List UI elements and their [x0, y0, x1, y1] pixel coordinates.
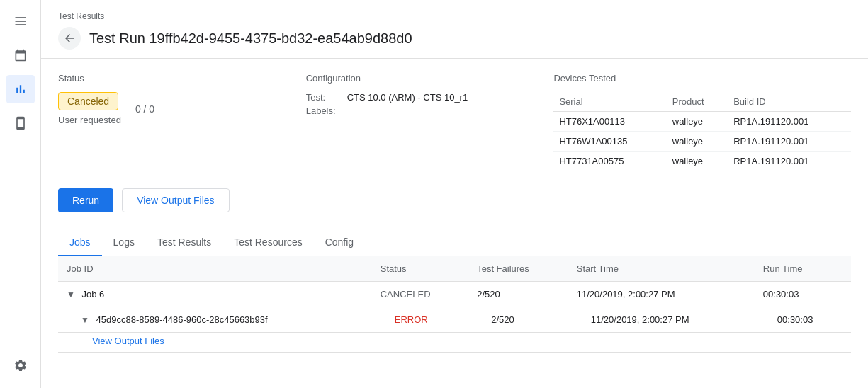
breadcrumb: Test Results: [58, 11, 851, 21]
labels-label: Labels:: [306, 105, 342, 116]
child-job-id: ▼ 45d9cc88-8589-4486-960c-28c45663b93f: [58, 307, 372, 333]
content-area: Status Canceled User requested 0 / 0 Con…: [41, 59, 868, 388]
tab-logs[interactable]: Logs: [102, 229, 146, 256]
device-serial: HT76W1A00135: [553, 132, 666, 152]
device-build: RP1A.191120.001: [728, 152, 851, 171]
col-test-failures: Test Failures: [468, 256, 568, 282]
page-title: Test Run 19ffb42d-9455-4375-bd32-ea54ab9…: [89, 30, 412, 47]
svg-rect-1: [15, 21, 26, 22]
expand-icon[interactable]: ▼: [81, 315, 89, 325]
child-test-failures: 2/520: [468, 307, 568, 333]
bar-chart-icon[interactable]: [6, 75, 35, 103]
job-test-failures: 2/520: [468, 282, 568, 307]
status-badge: Canceled: [58, 92, 118, 110]
back-button[interactable]: [58, 27, 81, 50]
table-row: ▼ Job 6 CANCELED 2/520 11/20/2019, 2:00:…: [58, 282, 851, 307]
svg-rect-2: [15, 24, 26, 25]
devices-table: Serial Product Build ID HT76X1A00113 wal…: [553, 92, 851, 171]
view-output-link[interactable]: View Output Files: [92, 336, 164, 346]
tabs: JobsLogsTest ResultsTest ResourcesConfig: [58, 229, 851, 256]
devices-title: Devices Tested: [553, 73, 851, 84]
devices-col-build: Build ID: [728, 92, 851, 112]
col-run-time: Run Time: [755, 256, 851, 282]
device-build: RP1A.191120.001: [728, 112, 851, 132]
table-row: HT76X1A00113 walleye RP1A.191120.001: [553, 112, 851, 132]
device-serial: HT76X1A00113: [553, 112, 666, 132]
device-build: RP1A.191120.001: [728, 132, 851, 152]
settings-icon[interactable]: [6, 351, 35, 380]
child-status: ERROR: [372, 307, 468, 333]
device-product: walleye: [667, 112, 728, 132]
header: Test Results Test Run 19ffb42d-9455-4375…: [41, 0, 868, 59]
config-title: Configuration: [306, 73, 554, 84]
phone-icon[interactable]: [6, 109, 35, 137]
output-row: View Output Files: [58, 333, 851, 353]
tab-test-resources[interactable]: Test Resources: [222, 229, 313, 256]
job-id: ▼ Job 6: [58, 282, 372, 307]
devices-col-serial: Serial: [553, 92, 666, 112]
test-label: Test:: [306, 92, 342, 103]
tab-test-results[interactable]: Test Results: [146, 229, 222, 256]
child-start-time: 11/20/2019, 2:00:27 PM: [568, 307, 755, 333]
status-block: Status Canceled User requested 0 / 0: [58, 73, 306, 171]
view-output-cell: View Output Files: [58, 333, 851, 353]
rerun-button[interactable]: Rerun: [58, 188, 113, 212]
devices-col-product: Product: [667, 92, 728, 112]
view-output-button[interactable]: View Output Files: [122, 188, 229, 212]
table-row: HT7731A00575 walleye RP1A.191120.001: [553, 152, 851, 171]
col-status: Status: [372, 256, 468, 282]
list-icon[interactable]: [6, 7, 35, 35]
config-block: Configuration Test: CTS 10.0 (ARM) - CTS…: [306, 73, 554, 171]
jobs-table: Job ID Status Test Failures Start Time R…: [58, 256, 851, 353]
job-start-time: 11/20/2019, 2:00:27 PM: [568, 282, 755, 307]
expand-icon[interactable]: ▼: [67, 290, 75, 299]
device-product: walleye: [667, 152, 728, 171]
device-serial: HT7731A00575: [553, 152, 666, 171]
tab-jobs[interactable]: Jobs: [58, 229, 102, 256]
table-row: ▼ 45d9cc88-8589-4486-960c-28c45663b93f E…: [58, 307, 851, 333]
devices-block: Devices Tested Serial Product Build ID H…: [553, 73, 851, 171]
status-sub: User requested: [58, 115, 121, 125]
table-row: HT76W1A00135 walleye RP1A.191120.001: [553, 132, 851, 152]
svg-rect-0: [15, 17, 26, 18]
device-product: walleye: [667, 132, 728, 152]
job-status: CANCELED: [372, 282, 468, 307]
main-content: Test Results Test Run 19ffb42d-9455-4375…: [41, 0, 868, 388]
info-section: Status Canceled User requested 0 / 0 Con…: [58, 73, 851, 171]
col-start-time: Start Time: [568, 256, 755, 282]
col-job-id: Job ID: [58, 256, 372, 282]
calendar-icon[interactable]: [6, 41, 35, 69]
progress-text: 0 / 0: [135, 103, 154, 115]
tab-config[interactable]: Config: [314, 229, 365, 256]
actions-row: Rerun View Output Files: [58, 188, 851, 212]
test-value: CTS 10.0 (ARM) - CTS 10_r1: [347, 92, 468, 103]
sidebar: [0, 0, 41, 388]
status-title: Status: [58, 73, 306, 84]
child-run-time: 00:30:03: [755, 307, 851, 333]
job-run-time: 00:30:03: [755, 282, 851, 307]
